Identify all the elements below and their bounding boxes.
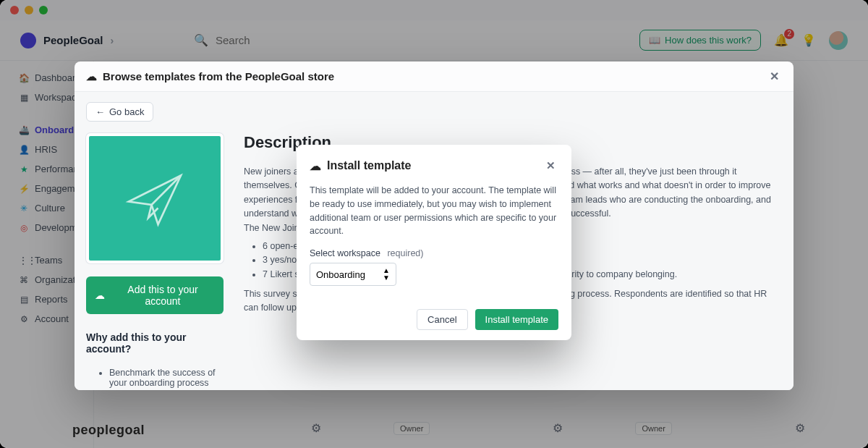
list-item: Benchmark the success of your onboarding… (109, 368, 224, 388)
install-template-button[interactable]: Install template (475, 309, 558, 330)
small-modal-head: ☁ Install template ✕ (310, 156, 558, 175)
select-value: Onboarding (316, 269, 365, 280)
add-button-label: Add this to your account (111, 284, 215, 307)
select-workspace-label: Select workspace required) (310, 248, 558, 258)
small-modal-text: This template will be added to your acco… (310, 184, 558, 238)
arrow-left-icon: ← (95, 106, 105, 117)
go-back-button[interactable]: ← Go back (86, 102, 153, 122)
close-icon[interactable]: ✕ (767, 67, 782, 86)
why-list: Benchmark the success of your onboarding… (86, 368, 224, 390)
workspace-select[interactable]: Onboarding ▲▼ (310, 263, 396, 286)
go-back-label: Go back (109, 106, 144, 117)
left-col: ☁ Add this to your account Why add this … (86, 133, 224, 390)
why-heading: Why add this to your account? (86, 331, 224, 355)
cloud-download-icon: ☁ (86, 70, 97, 83)
modal-actions: Cancel Install template (310, 309, 558, 330)
select-caret-icon: ▲▼ (383, 267, 390, 282)
small-modal-title: Install template (327, 159, 411, 172)
add-to-account-button[interactable]: ☁ Add this to your account (86, 276, 224, 314)
close-icon[interactable]: ✕ (543, 156, 558, 175)
template-thumbnail (86, 133, 224, 263)
cloud-download-icon: ☁ (95, 289, 105, 301)
install-template-modal: ☁ Install template ✕ This template will … (297, 145, 571, 340)
modal-title: Browse templates from the PeopleGoal sto… (103, 70, 334, 83)
modal-head: ☁ Browse templates from the PeopleGoal s… (75, 62, 793, 92)
paper-plane-icon (122, 166, 187, 231)
app-window: PeopleGoal › 🔍 📖 How does this work? 🔔 2… (0, 0, 868, 448)
cancel-button[interactable]: Cancel (417, 309, 467, 330)
cloud-download-icon: ☁ (310, 159, 321, 173)
